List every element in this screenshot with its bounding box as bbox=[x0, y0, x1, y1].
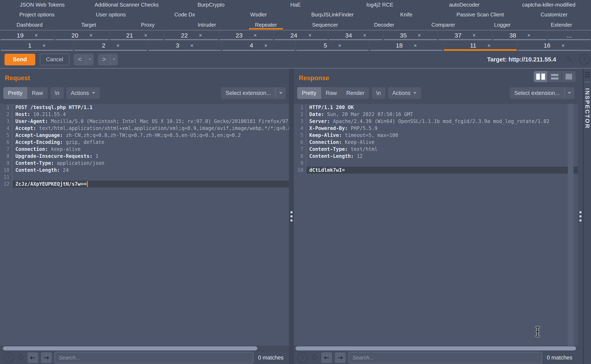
help-icon[interactable]: ? bbox=[4, 352, 14, 363]
session-tab-24[interactable]: 24× bbox=[274, 31, 329, 40]
close-icon[interactable]: × bbox=[35, 32, 38, 39]
two-columns-layout-icon[interactable] bbox=[534, 71, 547, 82]
request-line[interactable]: 10Content-Length: 24 bbox=[0, 167, 289, 174]
scrollbar-thumb[interactable] bbox=[296, 346, 576, 351]
request-line[interactable]: 9Content-Type: application/json bbox=[0, 160, 289, 167]
two-rows-layout-icon[interactable] bbox=[548, 71, 561, 82]
hamburger-icon[interactable] bbox=[585, 72, 590, 77]
select-extension-dropdown[interactable] bbox=[275, 87, 286, 99]
search-input[interactable] bbox=[349, 352, 542, 363]
back-request-button[interactable]: < bbox=[74, 54, 94, 65]
scrollbar-thumb[interactable] bbox=[3, 346, 257, 351]
response-line[interactable]: 3Server: Apache/2.4.39 (Win64) OpenSSL/1… bbox=[294, 118, 578, 125]
session-tab-...[interactable]: ... bbox=[547, 31, 591, 40]
session-tab-3[interactable]: 3× bbox=[148, 40, 222, 51]
extension-tab-burpcrypto[interactable]: BurpCrypto bbox=[169, 0, 253, 9]
select-extension-dropdown[interactable] bbox=[564, 87, 574, 99]
extension-tab-wsdler[interactable]: Wsdler bbox=[222, 9, 296, 20]
view-tab-pretty[interactable]: Pretty bbox=[3, 87, 27, 99]
inspector-label[interactable]: INSPECTOR bbox=[584, 88, 591, 129]
session-tab-1[interactable]: 1× bbox=[0, 40, 74, 51]
close-icon[interactable]: × bbox=[414, 42, 417, 49]
close-icon[interactable]: × bbox=[338, 42, 341, 49]
request-line[interactable]: 8Upgrade-Insecure-Requests: 1 bbox=[0, 153, 289, 160]
main-tab-proxy[interactable]: Proxy bbox=[118, 20, 177, 30]
extension-tab-user-options[interactable]: User options bbox=[74, 9, 148, 20]
session-tab-4[interactable]: 4× bbox=[222, 40, 296, 51]
extension-tab-passive-scan-client[interactable]: Passive Scan Client bbox=[443, 9, 517, 20]
session-tab-21[interactable]: 21× bbox=[109, 31, 164, 40]
search-input[interactable] bbox=[54, 352, 254, 363]
view-tab-render[interactable]: Render bbox=[342, 87, 369, 99]
send-button[interactable]: Send bbox=[5, 54, 35, 65]
extension-tab-code-dx[interactable]: Code Dx bbox=[148, 9, 222, 20]
cancel-button[interactable]: Cancel bbox=[40, 54, 69, 65]
session-tab-18[interactable]: 18× bbox=[369, 40, 443, 51]
session-tab-20[interactable]: 20× bbox=[55, 31, 110, 40]
next-match-button[interactable]: → bbox=[41, 352, 52, 363]
view-tab-raw[interactable]: Raw bbox=[321, 87, 342, 99]
request-escape-toggle[interactable]: \n bbox=[50, 87, 64, 99]
response-actions-button[interactable]: Actions bbox=[388, 87, 421, 99]
request-line[interactable]: 1POST /testsql.php HTTP/1.1 bbox=[0, 104, 289, 111]
request-line[interactable]: 5Accept-Language: zh-CN,zh;q=0.8,zh-TW;q… bbox=[0, 132, 289, 139]
request-line[interactable]: 11 bbox=[0, 174, 289, 181]
response-select-extension[interactable]: Select extension... bbox=[510, 87, 574, 99]
main-tab-sequencer[interactable]: Sequencer bbox=[296, 20, 355, 30]
request-horizontal-scrollbar[interactable] bbox=[0, 346, 289, 351]
response-line[interactable]: 7Content-Type: text/html bbox=[294, 146, 578, 153]
request-line[interactable]: 7Connection: keep-alive bbox=[0, 146, 289, 153]
main-tab-repeater[interactable]: Repeater bbox=[236, 20, 296, 30]
next-match-button[interactable]: → bbox=[335, 352, 346, 363]
response-line[interactable]: 4X-Powered-By: PHP/5.5.9 bbox=[294, 125, 578, 132]
forward-history-dropdown[interactable] bbox=[110, 54, 118, 65]
session-tab-23[interactable]: 23× bbox=[219, 31, 274, 40]
session-tab-34[interactable]: 34× bbox=[328, 31, 383, 40]
view-tab-pretty[interactable]: Pretty bbox=[297, 87, 321, 99]
extension-tab-customizer[interactable]: Customizer bbox=[517, 9, 591, 20]
request-editor[interactable]: 1POST /testsql.php HTTP/1.12Host: 10.211… bbox=[0, 104, 289, 346]
session-tab-2[interactable]: 2× bbox=[74, 40, 148, 51]
session-tab-11[interactable]: 11× bbox=[443, 40, 517, 51]
previous-match-button[interactable]: ← bbox=[321, 352, 332, 363]
close-icon[interactable]: × bbox=[363, 32, 366, 39]
extension-tab-project-options[interactable]: Project options bbox=[0, 9, 74, 20]
session-tab-22[interactable]: 22× bbox=[164, 31, 219, 40]
extension-tab-additional-scanner-checks[interactable]: Additional Scanner Checks bbox=[84, 0, 169, 9]
request-line[interactable]: 6Accept-Encoding: gzip, deflate bbox=[0, 139, 289, 146]
request-line[interactable]: 12ZcJz/AXpYEUPKEQjtN/s7w== bbox=[0, 181, 289, 188]
request-line[interactable]: 3User-Agent: Mozilla/5.0 (Macintosh; Int… bbox=[0, 118, 289, 125]
session-tab-19[interactable]: 19× bbox=[0, 31, 55, 40]
session-tab-5[interactable]: 5× bbox=[296, 40, 369, 51]
response-horizontal-scrollbar[interactable] bbox=[294, 346, 578, 351]
close-icon[interactable]: × bbox=[42, 42, 46, 49]
session-tab-38[interactable]: 38× bbox=[493, 31, 548, 40]
response-escape-toggle[interactable]: \n bbox=[372, 87, 385, 99]
request-line[interactable]: 2Host: 10.211.55.4 bbox=[0, 111, 289, 118]
main-tab-logger[interactable]: Logger bbox=[473, 20, 532, 30]
request-actions-button[interactable]: Actions bbox=[66, 87, 100, 99]
extension-tab-burpjslinkfinder[interactable]: BurpJSLinkFinder bbox=[296, 9, 369, 20]
close-icon[interactable]: × bbox=[199, 32, 202, 39]
close-icon[interactable]: × bbox=[562, 42, 565, 49]
gear-icon[interactable]: ⚙ bbox=[311, 353, 318, 362]
main-tab-dashboard[interactable]: Dashboard bbox=[0, 20, 59, 30]
main-tab-decoder[interactable]: Decoder bbox=[355, 20, 414, 30]
response-line[interactable]: 2Date: Sun, 20 Mar 2022 07:58:16 GMT bbox=[294, 111, 578, 118]
response-line[interactable]: 9 bbox=[294, 160, 578, 167]
extension-tab-json-web-tokens[interactable]: JSON Web Tokens bbox=[0, 0, 84, 9]
response-vertical-scrollbar[interactable] bbox=[568, 104, 574, 346]
back-history-dropdown[interactable] bbox=[86, 54, 94, 65]
extension-tab-knife[interactable]: Knife bbox=[369, 9, 443, 20]
close-icon[interactable]: × bbox=[527, 32, 531, 39]
extension-tab-autodecoder[interactable]: autoDecoder bbox=[422, 0, 506, 9]
main-tab-extender[interactable]: Extender bbox=[532, 20, 591, 30]
response-line[interactable]: 10dCtLdlmk7wI= bbox=[294, 167, 578, 174]
main-tab-comparer[interactable]: Comparer bbox=[414, 20, 473, 30]
help-icon[interactable]: ? bbox=[298, 352, 308, 363]
forward-request-button[interactable]: > bbox=[98, 54, 118, 65]
panel-splitter[interactable] bbox=[289, 69, 294, 364]
close-icon[interactable]: × bbox=[309, 32, 311, 39]
session-tab-35[interactable]: 35× bbox=[383, 31, 438, 40]
response-line[interactable]: 8Content-Length: 12 bbox=[294, 153, 578, 160]
